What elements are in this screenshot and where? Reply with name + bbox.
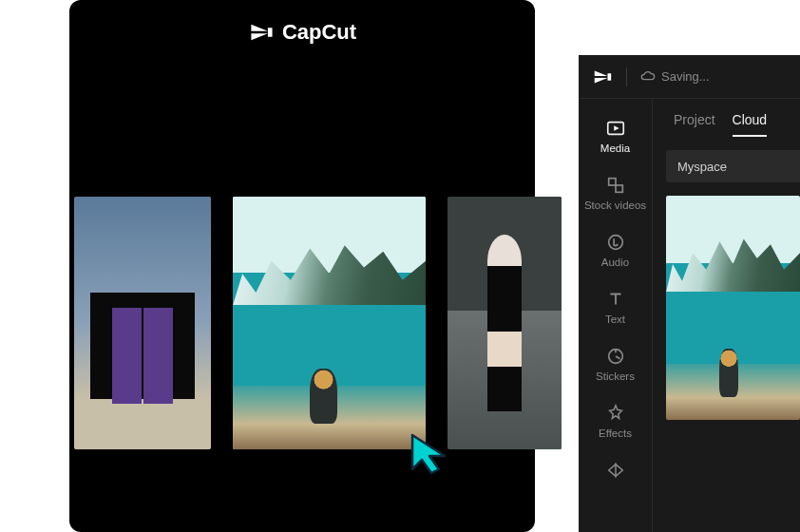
sidebar-item-stock-videos[interactable]: Stock videos — [579, 169, 653, 217]
media-content: Project Cloud Myspace — [653, 99, 800, 532]
saving-text: Saving... — [661, 69, 710, 84]
text-icon — [605, 289, 626, 310]
stock-icon — [605, 175, 626, 196]
sidebar-item-text[interactable]: Text — [579, 283, 653, 331]
capcut-logo-icon — [248, 19, 275, 46]
folder-selector[interactable]: Myspace — [666, 150, 800, 182]
thumb-image — [233, 197, 426, 449]
gallery-thumb-selected[interactable] — [233, 197, 426, 449]
sidebar-item-audio[interactable]: Audio — [579, 226, 653, 274]
capcut-logo: CapCut — [248, 19, 356, 46]
svg-point-3 — [608, 236, 622, 250]
cloud-media-thumb[interactable] — [666, 196, 800, 420]
sidebar-item-label: Media — [600, 142, 630, 154]
media-tabs: Project Cloud — [653, 112, 800, 137]
gallery — [74, 197, 562, 449]
cloud-sync-icon — [640, 69, 656, 85]
media-icon — [605, 118, 626, 139]
gallery-thumb[interactable] — [74, 197, 211, 449]
drag-cursor-icon — [407, 431, 452, 477]
saving-status: Saving... — [640, 69, 710, 85]
divider — [626, 67, 627, 86]
audio-icon — [605, 232, 626, 253]
thumb-image — [74, 197, 211, 449]
transition-icon — [605, 460, 626, 481]
sidebar-item-label: Audio — [601, 256, 629, 268]
folder-name: Myspace — [677, 160, 727, 174]
sidebar-item-media[interactable]: Media — [579, 112, 653, 160]
editor-sidebar: Media Stock videos Audio Text Stickers E… — [579, 99, 653, 532]
tab-project[interactable]: Project — [674, 112, 715, 137]
stickers-icon — [605, 346, 626, 367]
capcut-logo-icon[interactable] — [592, 66, 613, 87]
svg-rect-2 — [616, 185, 622, 192]
sidebar-item-stickers[interactable]: Stickers — [579, 340, 653, 388]
sidebar-item-transition[interactable] — [579, 454, 653, 486]
editor-topbar: Saving... — [579, 55, 800, 99]
gallery-thumb[interactable] — [448, 197, 562, 449]
thumb-image — [448, 197, 562, 449]
sidebar-item-label: Stickers — [596, 370, 635, 382]
effects-icon — [605, 403, 626, 424]
svg-rect-1 — [608, 179, 615, 185]
thumb-image — [666, 196, 800, 420]
editor-panel: Saving... Media Stock videos Audio Text … — [579, 55, 800, 532]
sidebar-item-label: Stock videos — [584, 200, 646, 211]
sidebar-item-label: Text — [605, 314, 625, 325]
sidebar-item-effects[interactable]: Effects — [579, 397, 653, 445]
app-name: CapCut — [282, 20, 356, 45]
tab-cloud[interactable]: Cloud — [733, 112, 768, 137]
sidebar-item-label: Effects — [599, 428, 632, 439]
